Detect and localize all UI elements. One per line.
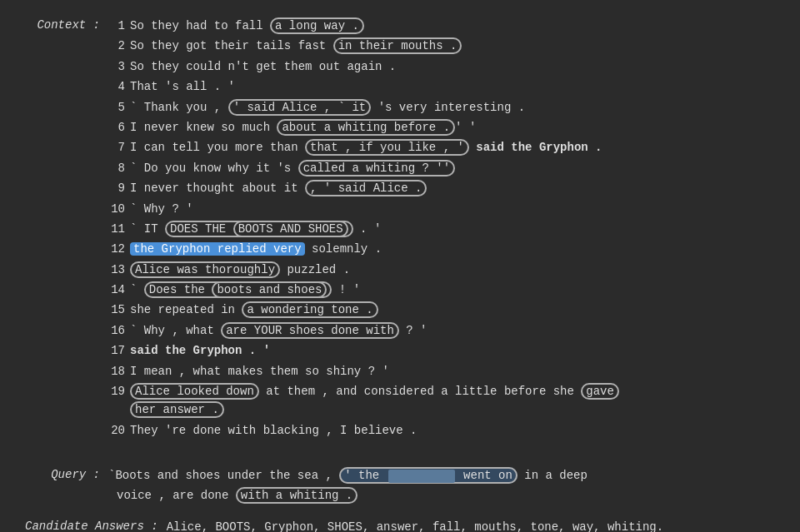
line-num-6: 6 [108,118,125,137]
line-13: 13 Alice was thoroughly puzzled . [108,261,619,279]
line-11: 11 ` IT DOES THE BOOTS AND SHOES . ' [108,220,619,238]
line-10: 10 ` Why ? ' [108,200,619,218]
line-17: 17 said the Gryphon . ' [108,341,619,360]
line-num-11: 11 [108,220,125,238]
line-16: 16 ` Why , what are YOUR shoes done with… [108,321,619,340]
line-7: 7 I can tell you more than that , if you… [108,138,619,157]
line-4: 4 That 's all . ' [108,77,619,96]
line-num-12: 12 [108,240,125,258]
outline-alice-thoroughly: Alice was thoroughly [130,261,280,278]
line-num-20: 20 [108,421,125,440]
line-18: 18 I mean , what makes them so shiny ? ' [108,362,619,380]
line-text-13: Alice was thoroughly puzzled . [130,261,619,279]
outline-query-highlight: ' the went on [339,467,518,484]
line-14: 14 ` Does the boots and shoes ! ' [108,281,619,299]
line-num-19: 19 [108,382,125,400]
outline-alice-looked-down: Alice looked down [130,383,259,400]
line-num-3: 3 [108,57,125,76]
line-num-9: 9 [108,179,125,197]
query-text: `Boots and shoes under the sea , ' the w… [108,466,775,486]
line-num-16: 16 [108,321,125,340]
lines-container: 1 So they had to fall a long way . 2 So … [108,17,619,440]
line-3: 3 So they could n't get them out again . [108,57,619,76]
line-text-2: So they got their tails fast in their mo… [130,37,619,55]
line-num-8: 8 [108,159,125,177]
line-num-18: 18 [108,362,125,380]
candidates-label: Candidate Answers : [25,518,167,532]
line-1: 1 So they had to fall a long way . [108,17,619,35]
outline-said-alice: , ' said Alice . [305,180,427,196]
line-2: 2 So they got their tails fast in their … [108,37,619,55]
line-text-20: They 're done with blacking , I believe … [130,421,619,440]
line-text-5: ` Thank you , ' said Alice , ` it 's ver… [130,98,619,117]
bold-said-gryphon: said the Gryphon . [476,141,602,154]
line-20: 20 They 're done with blacking , I belie… [108,421,619,440]
line-text-15: she repeated in a wondering tone . [130,301,619,319]
outline-with-whiting: with a whiting . [236,487,358,504]
line-text-6: I never knew so much about a whiting bef… [130,118,619,137]
outline-her-answer: her answer . [130,401,224,418]
line-text-19: Alice looked down at them , and consider… [130,382,619,420]
context-section: Context : 1 So they had to fall a long w… [25,17,775,440]
line-num-17: 17 [108,341,125,360]
outline-your-shoes-done: are YOUR shoes done with [221,322,399,339]
outline-a-long-way: a long way . [270,17,364,34]
context-label: Context : [25,17,108,440]
outline-about-whiting: about a whiting before . [277,119,455,136]
outline-in-their-mouths: in their mouths . [333,37,462,54]
line-text-10: ` Why ? ' [130,200,619,218]
line-num-10: 10 [108,200,125,218]
candidates-text: Alice, BOOTS, Gryphon, SHOES, answer, fa… [167,518,664,532]
line-num-4: 4 [108,77,125,96]
line-5: 5 ` Thank you , ' said Alice , ` it 's v… [108,98,619,117]
highlight-gryphon-replied: the Gryphon replied very [130,242,305,256]
outline-gave: gave [581,383,619,400]
line-num-7: 7 [108,138,125,157]
line-num-15: 15 [108,301,125,319]
outline-does-the-boots: DOES THE BOOTS AND SHOES [165,221,353,237]
line-text-1: So they had to fall a long way . [130,17,619,35]
line-text-14: ` Does the boots and shoes ! ' [130,281,619,299]
line-text-16: ` Why , what are YOUR shoes done with ? … [130,321,619,340]
line-9: 9 I never thought about it , ' said Alic… [108,179,619,197]
line-19: 19 Alice looked down at them , and consi… [108,382,619,420]
line-15: 15 she repeated in a wondering tone . [108,301,619,319]
query-blank [388,470,455,483]
query-label: Query : [25,466,108,481]
outline-wondering-tone: a wondering tone . [242,301,378,318]
line-text-12: the Gryphon replied very solemnly . [130,240,619,258]
candidates-section: Candidate Answers : Alice, BOOTS, Grypho… [25,518,775,532]
line-text-8: ` Do you know why it 's called a whiting… [130,159,619,177]
outline-called-whiting: called a whiting ? '' [298,160,455,177]
line-text-3: So they could n't get them out again . [130,57,619,76]
line-text-17: said the Gryphon . ' [130,341,619,360]
outline-does-the-boots2: Does the boots and shoes [144,281,332,298]
bold-said-gryphon2: said the Gryphon . ' [130,344,270,357]
line-text-11: ` IT DOES THE BOOTS AND SHOES . ' [130,220,619,238]
query-section: Query : `Boots and shoes under the sea ,… [25,466,775,506]
line-num-13: 13 [108,261,125,279]
line-text-18: I mean , what makes them so shiny ? ' [130,362,619,380]
outline-that-if-you-like: that , if you like , ' [305,139,469,156]
outline-boots-shoes: BOOTS AND SHOES [233,221,348,237]
query-continuation: voice , are done with a whiting . [117,486,775,506]
line-num-14: 14 [108,281,125,299]
line-text-7: I can tell you more than that , if you l… [130,138,619,157]
line-num-5: 5 [108,98,125,117]
line-8: 8 ` Do you know why it 's called a whiti… [108,159,619,177]
outline-boots-shoes2: boots and shoes [212,281,327,298]
line-text-9: I never thought about it , ' said Alice … [130,179,619,197]
line-6: 6 I never knew so much about a whiting b… [108,118,619,137]
outline-said-alice-it: ' said Alice , ` it [228,99,372,116]
query-row: Query : `Boots and shoes under the sea ,… [25,466,775,486]
line-text-4: That 's all . ' [130,77,619,96]
line-num-1: 1 [108,17,125,35]
line-num-2: 2 [108,37,125,55]
main-container: Context : 1 So they had to fall a long w… [25,17,775,532]
line-12: 12 the Gryphon replied very solemnly . [108,240,619,258]
